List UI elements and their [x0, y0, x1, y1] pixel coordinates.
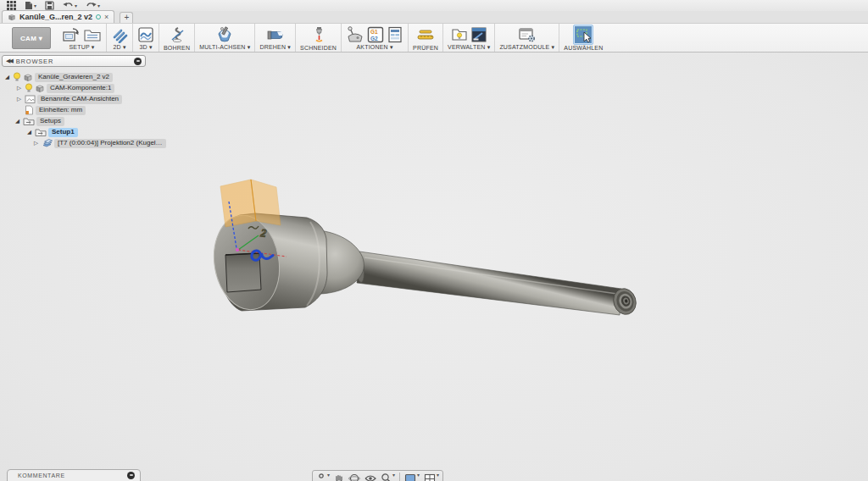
viewport[interactable]: 2 ◀◀ BROWSER ◢ Kanüle_Gravieren_2 v2: [0, 53, 868, 481]
toolbar-group-label[interactable]: PRÜFEN: [413, 45, 438, 51]
unsaved-indicator-icon: [96, 14, 101, 19]
drill-icon[interactable]: [169, 26, 186, 43]
tree-row-toolpath[interactable]: ▷ [T7 (0:00:04)] Projektion2 (Kugel…: [2, 138, 151, 148]
tree-row-label[interactable]: [T7 (0:00:04)] Projektion2 (Kugel…: [54, 139, 166, 148]
setup-stock-icon[interactable]: [62, 26, 81, 43]
comments-panel[interactable]: KOMMENTARE: [7, 469, 141, 481]
document-tab[interactable]: Kanüle_G...ren_2 v2 ×: [2, 10, 114, 23]
toolbar-group-label[interactable]: 3D ▾: [139, 44, 152, 51]
pan-icon[interactable]: [334, 473, 344, 481]
tree-row-label[interactable]: CAM-Komponente:1: [47, 84, 114, 93]
orbit-mode-icon[interactable]: ▾: [316, 473, 330, 481]
navbar-divider: [399, 473, 400, 481]
toolbar-group-drehen: DREHEN ▾: [255, 24, 296, 52]
display-settings-icon[interactable]: ▾: [404, 473, 420, 481]
toolbar-group-label[interactable]: SCHNEIDEN: [300, 45, 337, 51]
browser-title: BROWSER: [16, 58, 130, 65]
tree-row-label[interactable]: Benannte CAM-Ansichten: [37, 95, 122, 104]
named-views-icon: [25, 94, 36, 104]
toolbar-group-label[interactable]: DREHEN ▾: [259, 44, 291, 51]
tree-row-label[interactable]: Kanüle_Gravieren_2 v2: [35, 73, 113, 82]
tree-row-named-views[interactable]: ▷ Benannte CAM-Ansichten: [2, 94, 151, 104]
toolpath-operation-icon: [42, 138, 53, 148]
tree-row-setup1[interactable]: ◢ Setup1: [2, 127, 151, 137]
toolbar-group-label[interactable]: BOHREN: [164, 45, 190, 51]
turning-icon[interactable]: [266, 26, 285, 43]
orbit-caret-icon: ▾: [327, 473, 330, 478]
undo-caret-icon: ▾: [75, 3, 77, 8]
grid-caret-icon: ▾: [437, 473, 439, 478]
browser-options-icon[interactable]: [134, 58, 142, 65]
browser-header[interactable]: ◀◀ BROWSER: [2, 55, 146, 67]
wcs-origin-point[interactable]: [236, 248, 239, 252]
tree-row-label[interactable]: Einheiten: mm: [36, 106, 86, 115]
fusion-cam-window: ▾ ▾ ▾ Kanüle_G...ren_2 v2 × + CAM ▾: [0, 0, 868, 481]
collapse-panel-icon[interactable]: ◀◀: [6, 58, 12, 64]
expander-collapsed-icon[interactable]: ▷: [15, 96, 23, 102]
comments-label: KOMMENTARE: [18, 473, 127, 478]
setup-sheet-icon[interactable]: [387, 26, 403, 43]
workspace-switcher-button[interactable]: CAM ▾: [12, 27, 51, 49]
tree-row-setups[interactable]: ◢ Setups: [2, 116, 151, 126]
tool-library-icon[interactable]: [470, 26, 487, 43]
browser-panel: ◀◀ BROWSER ◢ Kanüle_Gravieren_2 v2 ▷ CAM…: [2, 55, 151, 148]
look-at-icon[interactable]: [364, 473, 376, 481]
add-ins-icon[interactable]: [518, 26, 537, 43]
setups-folder-icon: [23, 116, 35, 126]
2d-milling-icon[interactable]: [111, 26, 128, 43]
tree-row-component[interactable]: ▷ CAM-Komponente:1: [2, 83, 151, 93]
cutting-icon[interactable]: [310, 26, 327, 43]
3d-milling-icon[interactable]: [137, 26, 154, 43]
toolbar-group-multi-achsen: MULTI-ACHSEN ▾: [195, 24, 255, 52]
toolbar-group-schneiden: SCHNEIDEN: [296, 24, 342, 52]
multi-axis-icon[interactable]: [215, 26, 234, 43]
document-tab-label: Kanüle_G...ren_2 v2: [19, 13, 92, 21]
model-shaft[interactable]: [357, 252, 621, 315]
toolbar-group-label[interactable]: MULTI-ACHSEN ▾: [199, 44, 250, 51]
expander-expanded-icon[interactable]: ◢: [25, 129, 33, 135]
toolbar-group-3d: 3D ▾: [133, 24, 159, 52]
post-process-icon[interactable]: [346, 26, 364, 43]
display-caret-icon: ▾: [417, 473, 420, 478]
units-document-icon: [25, 105, 34, 115]
setup-folder-icon: [35, 127, 47, 137]
toolbar-group-label[interactable]: 2D ▾: [113, 44, 125, 51]
comments-options-icon[interactable]: [127, 472, 135, 479]
simulate-icon[interactable]: [416, 26, 435, 43]
gcode-icon[interactable]: G1G2: [367, 26, 384, 43]
view-navigation-bar: ▾ ▾ ▾ ▾: [312, 470, 443, 481]
toolbar-group-label[interactable]: SETUP ▾: [69, 44, 94, 51]
tree-row-units[interactable]: ▷ Einheiten: mm: [2, 105, 151, 115]
tree-row-label-selected[interactable]: Setup1: [48, 128, 78, 137]
svg-text:G1: G1: [370, 29, 378, 35]
toolbar-group-setup: SETUP ▾: [58, 24, 107, 52]
visibility-bulb-icon[interactable]: [25, 83, 33, 93]
expander-collapsed-icon[interactable]: ▷: [15, 85, 23, 91]
tree-row-root[interactable]: ◢ Kanüle_Gravieren_2 v2: [2, 72, 151, 82]
grid-layout-icon[interactable]: ▾: [424, 473, 439, 481]
toolbar-group-2d: 2D ▾: [107, 24, 133, 52]
file-menu-caret-icon: ▾: [34, 3, 36, 8]
component-icon: [35, 83, 45, 93]
visibility-bulb-icon[interactable]: [13, 72, 21, 82]
expander-expanded-icon[interactable]: ◢: [14, 118, 21, 124]
tree-row-label[interactable]: Setups: [36, 117, 64, 126]
setup-folder-icon[interactable]: [83, 26, 102, 43]
select-icon[interactable]: [575, 26, 592, 43]
toolbar-group-label[interactable]: AUSWÄHLEN: [564, 45, 603, 51]
zoom-caret-icon: ▾: [392, 473, 395, 478]
new-tab-button[interactable]: +: [120, 12, 133, 23]
zoom-icon[interactable]: ▾: [381, 473, 395, 481]
select-tool-active-highlight: [573, 25, 593, 45]
orbit-icon[interactable]: [348, 473, 360, 481]
toolbar-group-label[interactable]: VERWALTEN ▾: [448, 44, 490, 51]
browser-tree: ◢ Kanüle_Gravieren_2 v2 ▷ CAM-Komponente…: [2, 72, 151, 148]
tab-close-icon[interactable]: ×: [104, 13, 108, 21]
toolbar-group-label[interactable]: ZUSATZMODULE ▾: [499, 44, 554, 51]
toolbar-group-label[interactable]: AKTIONEN ▾: [356, 44, 392, 51]
expander-collapsed-icon[interactable]: ▷: [32, 140, 40, 147]
manage-folder-icon[interactable]: [451, 26, 468, 43]
expander-expanded-icon[interactable]: ◢: [3, 74, 11, 80]
document-tabbar: Kanüle_G...ren_2 v2 × +: [0, 11, 868, 24]
cam-toolbar: CAM ▾ SETUP ▾ 2D ▾ 3D ▾ BOHREN: [0, 24, 868, 53]
